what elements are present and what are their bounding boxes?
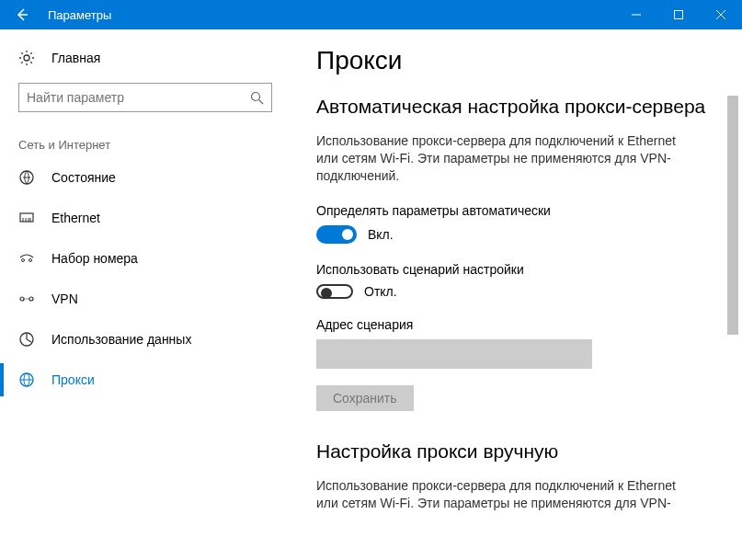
svg-rect-2 [675,11,683,19]
svg-point-15 [29,259,32,262]
sidebar-item-proxy[interactable]: Прокси [0,360,294,400]
globe-icon [18,371,35,388]
search-box[interactable] [18,83,272,112]
minimize-button[interactable] [615,0,657,29]
back-arrow-icon [15,7,29,22]
gear-icon [18,50,35,66]
search-input[interactable] [27,90,250,105]
minimize-icon [632,10,641,19]
detect-label: Определять параметры автоматически [316,203,720,218]
maximize-button[interactable] [657,0,700,29]
svg-point-14 [22,259,25,262]
svg-point-17 [29,297,33,301]
sidebar-item-ethernet[interactable]: Ethernet [0,198,294,238]
sidebar: Главная Сеть и Интернет Состояние Ethern… [0,29,294,560]
main-content: Прокси Автоматическая настройка прокси-с… [294,29,742,560]
data-usage-icon [18,331,35,348]
sidebar-item-label: Использование данных [51,332,191,347]
status-icon [18,169,35,186]
titlebar: Параметры [0,0,742,29]
sidebar-item-datausage[interactable]: Использование данных [0,319,294,360]
svg-line-7 [259,99,264,104]
svg-rect-9 [20,213,33,222]
sidebar-item-vpn[interactable]: VPN [0,279,294,319]
script-label: Использовать сценарий настройки [316,262,720,277]
page-title: Прокси [316,46,720,75]
window-controls [615,0,742,29]
script-toggle[interactable] [316,284,353,299]
auto-heading: Автоматическая настройка прокси-сервера [316,96,720,118]
auto-description: Использование прокси-сервера для подключ… [316,132,684,185]
window-title: Параметры [44,8,111,22]
detect-toggle[interactable] [316,225,357,244]
svg-point-16 [20,297,24,301]
maximize-icon [674,10,683,19]
svg-point-6 [252,92,260,100]
close-icon [716,10,725,19]
detect-toggle-state: Вкл. [368,227,394,242]
sidebar-item-label: Прокси [51,372,95,387]
sidebar-item-label: Ethernet [51,211,100,225]
sidebar-item-label: Состояние [51,170,116,185]
script-toggle-state: Откл. [364,284,397,299]
sidebar-home[interactable]: Главная [0,42,294,74]
sidebar-item-dialup[interactable]: Набор номера [0,238,294,279]
search-icon [250,91,264,105]
svg-point-5 [24,55,29,61]
sidebar-item-label: VPN [51,291,78,306]
sidebar-item-status[interactable]: Состояние [0,157,294,198]
script-address-input [316,339,592,369]
manual-heading: Настройка прокси вручную [316,440,720,463]
sidebar-home-label: Главная [51,51,100,65]
back-button[interactable] [0,0,44,29]
ethernet-icon [18,210,35,226]
dialup-icon [18,250,35,267]
close-button[interactable] [700,0,742,29]
sidebar-item-label: Набор номера [51,251,138,266]
manual-description: Использование прокси-сервера для подключ… [316,477,684,512]
save-button: Сохранить [316,385,414,411]
script-address-label: Адрес сценария [316,317,720,332]
sidebar-category: Сеть и Интернет [0,112,294,157]
vpn-icon [18,291,35,307]
scrollbar-thumb[interactable] [727,96,738,335]
